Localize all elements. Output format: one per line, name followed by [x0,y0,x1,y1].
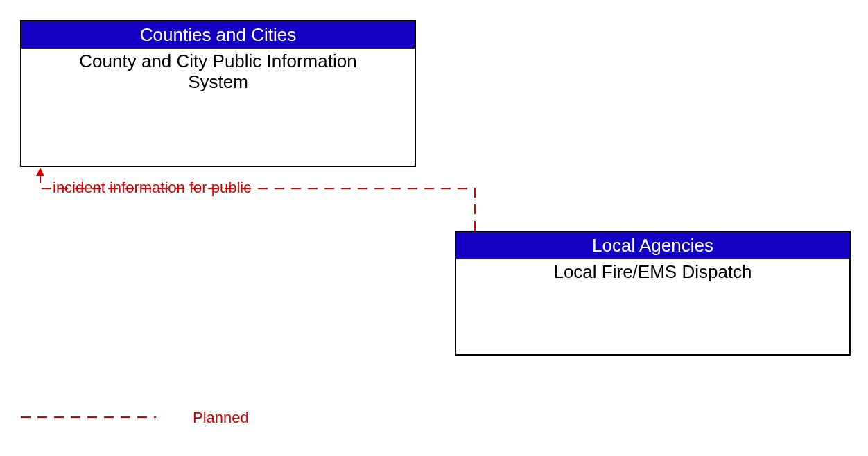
entity-body-county-city: County and City Public Information Syste… [21,49,415,93]
entity-body-line2: System [188,71,248,92]
flow-label-incident-info: incident information for public [53,179,251,197]
entity-body-local-fire-ems: Local Fire/EMS Dispatch [456,259,849,283]
entity-body-line1: County and City Public Information [79,51,356,71]
entity-header-local-agencies: Local Agencies [456,232,849,259]
entity-box-county-city-public-info: Counties and Cities County and City Publ… [20,20,416,167]
legend-label-planned: Planned [193,409,249,427]
entity-box-local-fire-ems: Local Agencies Local Fire/EMS Dispatch [455,231,851,356]
entity-header-counties-cities: Counties and Cities [21,21,415,49]
